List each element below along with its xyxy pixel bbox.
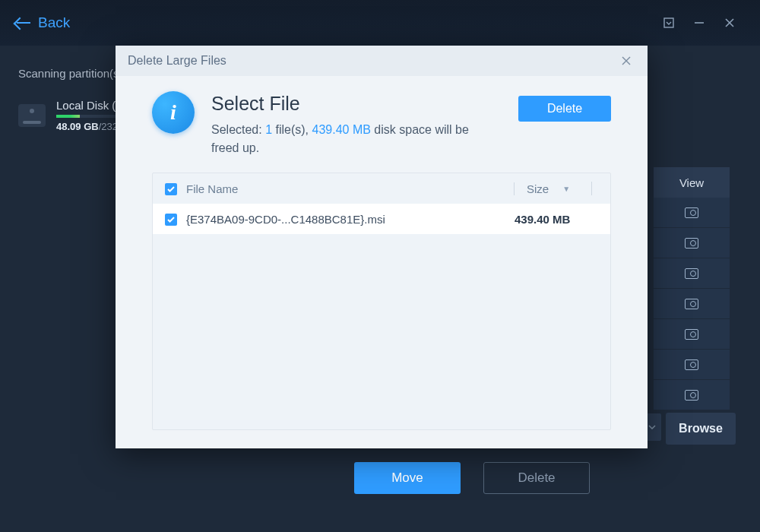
dialog-titlebar: Delete Large Files [116, 46, 648, 76]
sort-desc-icon: ▼ [562, 185, 570, 193]
back-arrow-icon [15, 18, 32, 27]
column-header-size[interactable]: Size ▼ [515, 182, 598, 195]
folder-search-icon [685, 268, 698, 279]
close-icon[interactable] [714, 8, 745, 38]
row-checkbox[interactable] [165, 214, 177, 226]
file-table-header: File Name Size ▼ [153, 173, 610, 204]
folder-search-icon [685, 238, 698, 249]
dialog-title: Delete Large Files [128, 54, 226, 68]
file-table-empty [153, 234, 610, 429]
browse-button[interactable]: Browse [666, 413, 736, 445]
file-table: File Name Size ▼ {E374BA09-9CD0-...C1488… [152, 173, 611, 430]
svg-rect-0 [664, 18, 673, 27]
open-folder-button[interactable] [654, 380, 730, 410]
back-button[interactable]: Back [15, 14, 70, 31]
dialog-subheading: Selected: 1 file(s), 439.40 MB disk spac… [211, 121, 485, 157]
open-folder-button[interactable] [654, 319, 730, 350]
bg-column-view[interactable]: View [654, 167, 730, 198]
open-folder-button[interactable] [654, 228, 730, 258]
bg-rows [654, 198, 730, 410]
titlebar: Back [0, 0, 760, 46]
file-size-cell: 439.40 MB [507, 213, 598, 226]
folder-search-icon [685, 329, 698, 340]
dialog-close-icon[interactable] [617, 52, 635, 70]
scanning-label: Scanning partition(s): [18, 67, 126, 80]
file-name-cell: {E374BA09-9CD0-...C1488BC81E}.msi [186, 213, 507, 226]
open-folder-button[interactable] [654, 289, 730, 319]
dialog-heading: Select File [211, 93, 502, 115]
folder-search-icon [685, 299, 698, 309]
open-folder-button[interactable] [654, 198, 730, 228]
column-header-name[interactable]: File Name [186, 182, 515, 195]
dialog-header: i Select File Selected: 1 file(s), 439.4… [116, 76, 648, 163]
info-icon: i [152, 91, 195, 134]
file-row[interactable]: {E374BA09-9CD0-...C1488BC81E}.msi 439.40… [153, 204, 610, 234]
delete-large-files-dialog: Delete Large Files i Select File Selecte… [116, 46, 648, 448]
open-folder-button[interactable] [654, 350, 730, 380]
delete-button-bg[interactable]: Delete [483, 462, 590, 494]
select-all-checkbox[interactable] [165, 183, 177, 195]
move-button[interactable]: Move [354, 462, 461, 494]
open-folder-button[interactable] [654, 258, 730, 289]
back-label: Back [38, 14, 70, 31]
dialog-delete-button[interactable]: Delete [518, 96, 611, 122]
disk-icon [18, 104, 46, 127]
folder-search-icon [685, 207, 698, 218]
minimize-icon[interactable] [684, 8, 714, 38]
dropdown-window-icon[interactable] [654, 8, 684, 38]
folder-search-icon [685, 359, 698, 370]
folder-search-icon [685, 390, 698, 401]
